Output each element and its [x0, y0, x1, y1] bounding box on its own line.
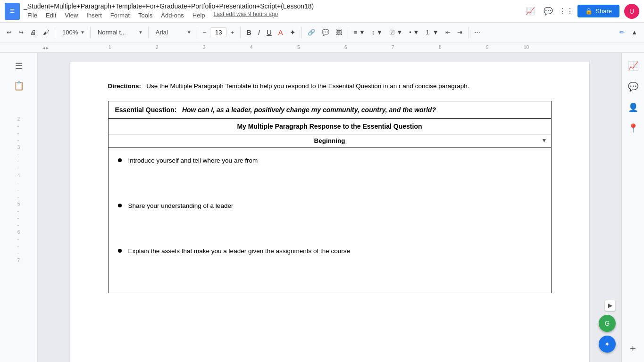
redo-button[interactable]: ↪ — [16, 27, 26, 38]
menu-format[interactable]: Format — [107, 11, 134, 20]
menu-bar: File Edit View Insert Format Tools Add-o… — [24, 11, 278, 20]
indent-more-button[interactable]: ⇥ — [454, 27, 465, 38]
highlight-button[interactable]: ✦ — [287, 26, 299, 39]
zoom-select[interactable]: 100% — [60, 28, 80, 37]
checklist-button[interactable]: ☑ ▼ — [386, 27, 405, 38]
bullets-button[interactable]: • ▼ — [406, 27, 422, 38]
response-header-cell: My Multiple Paragraph Response to the Es… — [108, 118, 551, 134]
comment-button[interactable]: 💬 — [319, 27, 332, 38]
font-increase-button[interactable]: + — [228, 27, 237, 38]
user-avatar[interactable]: U — [624, 4, 639, 19]
zoom-chevron: ▼ — [80, 30, 85, 35]
print-button[interactable]: 🖨 — [27, 27, 39, 38]
trending-icon[interactable]: 📈 — [524, 5, 537, 18]
float-buttons: ▶ G ✦ — [599, 300, 616, 353]
eq-text: How can I, as a leader, positively chang… — [182, 106, 436, 114]
content-row: Introduce yourself and tell where you ar… — [108, 147, 551, 293]
sep1 — [55, 27, 55, 38]
bullet-dot-1 — [118, 158, 122, 162]
expand-button[interactable]: ▶ — [604, 300, 616, 311]
sep3 — [148, 27, 149, 38]
toolbar: ↩ ↪ 🖨 🖌 100% ▼ Normal t... ▼ Arial ▼ − +… — [0, 23, 644, 42]
menu-addons[interactable]: Add-ons — [157, 11, 187, 20]
paint-format-button[interactable]: 🖌 — [40, 27, 52, 38]
doc-area[interactable]: Directions: Use the Multiple Paragraph T… — [38, 53, 621, 362]
grammarly-button[interactable]: G — [599, 315, 616, 332]
style-select[interactable]: Normal t... — [96, 28, 138, 37]
menu-help[interactable]: Help — [189, 11, 209, 20]
style-select-wrapper[interactable]: Normal t... ▼ — [93, 27, 145, 37]
directions-text: Use the Multiple Paragraph Template to h… — [146, 82, 469, 90]
eq-row: Essential Question: How can I, as a lead… — [108, 101, 551, 118]
link-button[interactable]: 🔗 — [305, 27, 318, 38]
content-cell: Introduce yourself and tell where you ar… — [108, 147, 551, 293]
add-icon[interactable]: + — [625, 340, 642, 357]
insights-icon[interactable]: 📈 — [625, 58, 642, 74]
top-bar: _Student+Multiple+Paragraph+Template+For… — [0, 0, 644, 23]
comment-icon[interactable]: 💬 — [542, 5, 555, 18]
left-sidebar: ☰ 📋 2--- 3--- 4--- 5--- 6--- 7 — [0, 53, 38, 362]
image-button[interactable]: 🖼 — [333, 27, 345, 38]
share-button[interactable]: 🔒 Share — [577, 5, 619, 17]
menu-insert[interactable]: Insert — [83, 11, 106, 20]
pages-icon[interactable]: 📋 — [10, 77, 27, 94]
indent-less-button[interactable]: ⇤ — [443, 27, 453, 38]
text-color-button[interactable]: A — [276, 26, 286, 38]
response-header-row: My Multiple Paragraph Response to the Es… — [108, 118, 551, 134]
eq-label: Essential Question: — [115, 106, 177, 114]
menu-tools[interactable]: Tools — [134, 11, 156, 20]
font-select[interactable]: Arial — [154, 28, 187, 37]
underline-button[interactable]: U — [264, 26, 275, 38]
bullet-spacer-3 — [118, 260, 542, 288]
apps-icon[interactable]: ⋮⋮ — [560, 5, 573, 18]
doc-title-area: _Student+Multiple+Paragraph+Template+For… — [24, 2, 520, 20]
people-icon[interactable]: 👤 — [625, 99, 642, 116]
align-button[interactable]: ≡ ▼ — [351, 27, 368, 38]
maps-icon[interactable]: 📍 — [625, 120, 642, 137]
right-panel: 📈 💬 👤 📍 + — [621, 53, 644, 362]
sep2 — [90, 27, 91, 38]
font-size-input[interactable] — [210, 27, 227, 37]
style-chevron: ▼ — [138, 30, 143, 35]
italic-button[interactable]: I — [255, 26, 263, 38]
doc-meta: File Edit View Insert Format Tools Add-o… — [24, 11, 520, 20]
doc-icon — [5, 3, 20, 20]
bold-button[interactable]: B — [243, 26, 254, 38]
font-chevron: ▼ — [187, 30, 192, 35]
bullet-text-1: Introduce yourself and tell where you ar… — [128, 156, 258, 165]
share-label: Share — [595, 8, 612, 15]
directions-label: Directions: — [108, 82, 142, 90]
bullet-item-1: Introduce yourself and tell where you ar… — [118, 152, 542, 169]
menu-file[interactable]: File — [24, 11, 41, 20]
bullet-spacer-1 — [118, 169, 542, 197]
ai-assist-button[interactable]: ✦ — [599, 336, 616, 353]
collapse-button[interactable]: ▲ — [628, 27, 640, 38]
menu-view[interactable]: View — [61, 11, 82, 20]
sep5 — [240, 27, 241, 38]
bullet-text-2: Share your understanding of a leader — [128, 201, 234, 211]
pen-button[interactable]: ✏ — [617, 27, 627, 38]
beginning-cell: Beginning ▼ — [108, 134, 551, 147]
bullet-dot-2 — [118, 204, 122, 207]
font-select-wrapper[interactable]: Arial ▼ — [151, 27, 194, 37]
sep7 — [348, 27, 348, 38]
outline-icon[interactable]: ☰ — [10, 58, 27, 74]
last-edit[interactable]: Last edit was 9 hours ago — [214, 11, 278, 20]
main-layout: ☰ 📋 2--- 3--- 4--- 5--- 6--- 7 Direction… — [0, 53, 644, 362]
chat-icon[interactable]: 💬 — [625, 78, 642, 95]
menu-edit[interactable]: Edit — [42, 11, 60, 20]
bullet-item-2: Share your understanding of a leader — [118, 197, 542, 214]
line-numbers: 2--- 3--- 4--- 5--- 6--- 7 — [17, 97, 20, 264]
beginning-arrow[interactable]: ▼ — [542, 137, 547, 144]
font-decrease-button[interactable]: − — [200, 27, 209, 38]
bullet-dot-3 — [118, 249, 122, 253]
doc-title: _Student+Multiple+Paragraph+Template+For… — [24, 2, 354, 10]
undo-button[interactable]: ↩ — [4, 27, 15, 38]
ruler: ◂ ▸ 1 2 3 4 5 6 7 8 9 10 — [0, 42, 644, 53]
beginning-label: Beginning — [314, 137, 345, 144]
line-spacing-button[interactable]: ↕ ▼ — [369, 27, 385, 38]
top-right-actions: 📈 💬 ⋮⋮ 🔒 Share U — [524, 4, 639, 19]
numbered-button[interactable]: 1. ▼ — [423, 27, 441, 38]
more-button[interactable]: ⋯ — [471, 27, 483, 38]
zoom-select-wrapper[interactable]: 100% ▼ — [58, 27, 87, 37]
